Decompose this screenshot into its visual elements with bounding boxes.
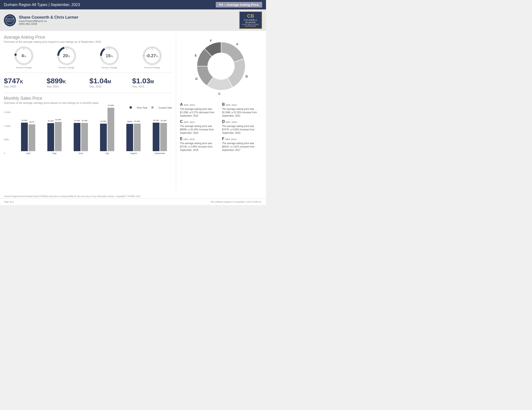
donut-d4: ⌂ -0.27% [142, 46, 162, 65]
bar-group-1: $1.02M $1.06M May [42, 122, 67, 155]
page-number: Page 4/13 [4, 201, 14, 203]
footer: Page 4/13 This software program is Copyr… [0, 198, 266, 205]
leg-letter-D: D [222, 120, 225, 124]
leg-letter-C: C [180, 120, 183, 124]
bar-prior-1 [47, 123, 54, 151]
donut-row: ⌂ 4% Percent Change ⌂ 20% Percent Change… [4, 46, 172, 73]
svg-text:REALTY: REALTY [7, 20, 13, 22]
leg-desc-A: The average asking price was $1.03M, a 0… [180, 107, 220, 118]
bar-prior-wrapper-3: $1.00M [100, 124, 107, 151]
leg-desc-B: The average asking price was $1.04M, a 1… [222, 107, 262, 118]
agent-name: Shane Coxworth & Chris Larmer [19, 15, 78, 19]
coldwell-name4: BROKERAGE [242, 25, 259, 27]
pie-label-D: D [195, 77, 198, 81]
pie-label-C: C [218, 92, 221, 96]
bar-group-0: $1.04M $977K April [16, 123, 40, 155]
bar-current-label-4: $1.00M [134, 121, 140, 122]
price-item-2: $1.04M Sep, 2022 [89, 77, 129, 88]
donut-card-d4: ⌂ -0.27% Percent Change [132, 46, 172, 69]
donut-label-d1: Percent Change [16, 66, 32, 69]
house-icon-d3: ⌂ [108, 47, 110, 50]
pie-legend: A SEP, 2023 The average asking price was… [180, 102, 262, 152]
bar-group-5: $1.04M $1.03M September [148, 123, 172, 155]
bar-month-5: September [154, 152, 165, 155]
bar-prior-wrapper-4: $993K [126, 124, 133, 151]
donut-card-d1: ⌂ 4% Percent Change [4, 46, 44, 69]
avg-asking-title: Average Asking Price [4, 35, 172, 40]
bar-prior-wrapper-1: $1.02M [47, 123, 54, 151]
pie-segment-A [221, 42, 244, 62]
price-amount-3: $1.03M [132, 77, 172, 85]
donut-d3: ⌂ 15% [100, 46, 119, 65]
leg-period-D: SEP, 2020 [226, 121, 237, 123]
agent-website: www.PowerofBluex2.ca [19, 19, 78, 22]
legend-prior-dot [130, 106, 133, 109]
bar-current-4 [134, 124, 141, 151]
donut-label-d3: Percent Change [102, 66, 117, 69]
donut-value-d2: 20% [63, 53, 70, 58]
legend-current-dot [151, 106, 155, 109]
bar-prior-label-1: $1.02M [48, 120, 53, 122]
bar-pair-2: $1.03M $1.03M [74, 123, 88, 151]
leg-title-C: C SEP, 2021 [180, 120, 220, 124]
page: Durham Region All Types | September, 202… [0, 0, 266, 205]
bar-prior-label-4: $993K [127, 121, 132, 122]
chart-inner: 1,500K 1,000K 500K 0 $1.04M $977K [4, 111, 172, 155]
donut-value-d4: -0.27% [146, 53, 158, 58]
donut-value-d1: 4% [21, 53, 26, 58]
price-unit-3: M [150, 79, 154, 84]
house-icon-d1: ⌂ [23, 47, 25, 50]
bar-month-2: June [78, 152, 83, 155]
bar-current-label-5: $1.03M [161, 120, 166, 121]
bar-current-wrapper-1: $1.06M [55, 122, 62, 151]
pie-legend-item-A: A SEP, 2023 The average asking price was… [180, 102, 220, 118]
bar-current-3 [107, 108, 114, 151]
header-top-bar: Durham Region All Types | September, 202… [0, 0, 266, 9]
bar-current-0 [28, 124, 35, 151]
pie-legend-item-B: B SEP, 2022 The average asking price was… [222, 102, 262, 118]
bar-pair-1: $1.02M $1.06M [47, 122, 62, 151]
pie-chart: ABCDEF [190, 35, 252, 98]
y-axis: 1,500K 1,000K 500K 0 [4, 111, 11, 155]
vertical-divider [176, 35, 176, 190]
donut-d1: ⌂ 4% [14, 46, 34, 65]
monthly-subtitle: Overview of the average average price ba… [4, 102, 172, 104]
bar-prior-wrapper-2: $1.03M [74, 123, 80, 151]
leg-period-B: SEP, 2022 [226, 104, 237, 106]
price-year-1: Sep, 2021 [47, 85, 86, 88]
bar-month-1: May [52, 152, 57, 155]
coldwell-name3: R.M.B. REAL ESTATE, [242, 24, 259, 25]
bar-prior-wrapper-0: $1.04M [21, 123, 28, 151]
avg-asking-subtitle: Overview of the average asking price bas… [4, 40, 172, 43]
y-label-1500: 1,500K [4, 111, 11, 113]
bar-current-1 [55, 122, 62, 151]
donut-label-d4: Percent Change [144, 66, 160, 69]
chart-legend: Prior Year Current Year [4, 106, 172, 109]
price-unit-2: M [107, 79, 111, 84]
bar-month-0: April [26, 152, 30, 155]
bar-pair-3: $1.00M $1.58M [100, 108, 114, 151]
right-panel: ABCDEF A SEP, 2023 The average asking pr… [180, 35, 262, 190]
bar-prior-label-2: $1.03M [74, 120, 80, 121]
price-item-3: $1.03M Sep, 2023 [132, 77, 172, 88]
leg-desc-C: The average asking price was $899K, a 20… [180, 125, 220, 135]
leg-period-C: SEP, 2021 [184, 121, 195, 123]
bar-prior-label-3: $1.00M [101, 121, 106, 122]
bar-group-4: $993K $1.00M August [121, 124, 146, 155]
page-label: P4 :: Average Asking Price [216, 2, 262, 8]
bar-current-label-0: $977K [29, 121, 34, 123]
price-item-1: $899K Sep, 2021 [47, 77, 86, 88]
monthly-title: Monthly Sales Price [4, 96, 172, 101]
price-item-0: $747K Sep, 2020 [4, 77, 44, 88]
main-content: Average Asking Price Overview of the ave… [0, 31, 266, 194]
bar-prior-label-5: $1.04M [153, 120, 159, 121]
agent-logo: DURHAM REALTY [4, 14, 16, 26]
coldwell-name1: COLDWELL [242, 19, 259, 21]
coldwell-name2: BANKER [242, 21, 259, 24]
leg-title-A: A SEP, 2023 [180, 102, 220, 107]
bar-prior-3 [100, 124, 107, 151]
leg-letter-F: F [222, 137, 224, 141]
bar-current-label-1: $1.06M [55, 119, 61, 121]
bar-pair-0: $1.04M $977K [21, 123, 35, 151]
bar-group-2: $1.03M $1.03M June [69, 123, 93, 155]
